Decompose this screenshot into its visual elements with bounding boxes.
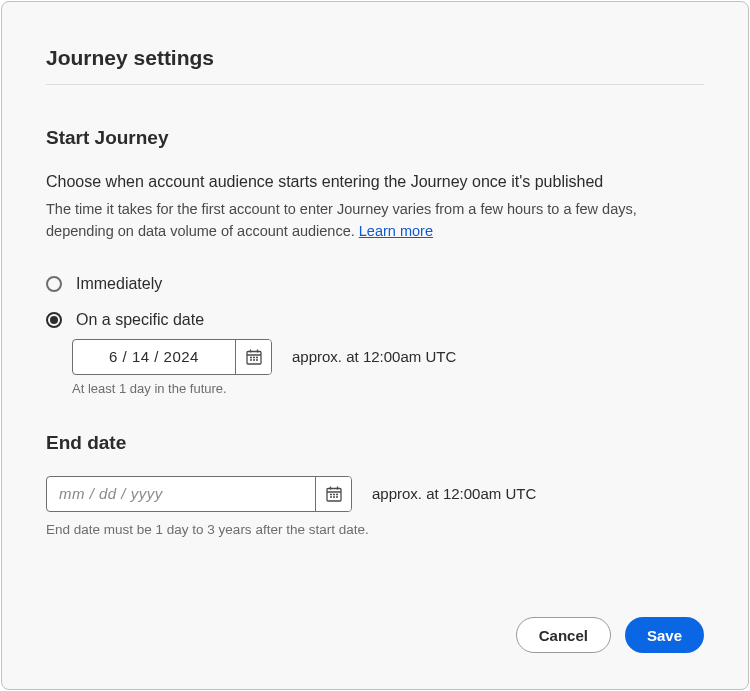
start-date-value: 6 / 14 / 2024 [73,340,235,374]
radio-immediately-label: Immediately [76,275,162,293]
calendar-icon [245,348,263,366]
start-subtitle: Choose when account audience starts ente… [46,171,704,193]
start-helper-text: The time it takes for the first account … [46,201,637,239]
end-date-hint: End date must be 1 day to 3 years after … [46,522,704,537]
start-radio-group: Immediately On a specific date 6 / 14 / … [46,275,704,396]
save-button[interactable]: Save [625,617,704,653]
end-date-calendar-button[interactable] [315,477,351,511]
start-date-approx: approx. at 12:00am UTC [292,348,456,365]
cancel-button[interactable]: Cancel [516,617,611,653]
journey-settings-dialog: Journey settings Start Journey Choose wh… [1,1,749,690]
start-date-input[interactable]: 6 / 14 / 2024 [72,339,272,375]
radio-specific-date-label: On a specific date [76,311,204,329]
end-date-section: End date mm / dd / yyyy [46,432,704,537]
radio-option-specific-date[interactable]: On a specific date [46,311,704,329]
end-date-input[interactable]: mm / dd / yyyy [46,476,352,512]
calendar-icon [325,485,343,503]
radio-specific-date-icon [46,312,62,328]
start-journey-section: Start Journey Choose when account audien… [46,127,704,432]
start-date-calendar-button[interactable] [235,340,271,374]
dialog-button-row: Cancel Save [46,617,704,653]
dialog-title: Journey settings [46,46,704,85]
start-helper: The time it takes for the first account … [46,199,704,243]
radio-option-immediately[interactable]: Immediately [46,275,704,293]
learn-more-link[interactable]: Learn more [359,223,433,239]
end-date-approx: approx. at 12:00am UTC [372,485,536,502]
end-heading: End date [46,432,704,454]
start-date-block: 6 / 14 / 2024 [72,339,704,396]
end-date-placeholder: mm / dd / yyyy [47,477,315,511]
start-heading: Start Journey [46,127,704,149]
start-date-hint: At least 1 day in the future. [72,381,704,396]
radio-immediately-icon [46,276,62,292]
